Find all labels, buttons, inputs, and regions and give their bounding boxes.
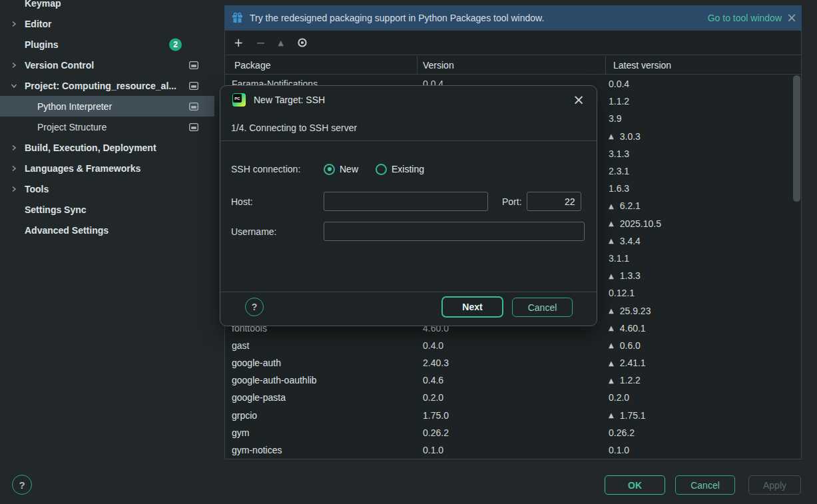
sidebar-item-label: Plugins: [25, 39, 59, 50]
chevron-down-icon[interactable]: [10, 82, 18, 90]
port-label: Port:: [502, 196, 522, 207]
dialog-help-button[interactable]: ?: [245, 298, 264, 316]
upgrade-arrow-icon: ▲: [609, 202, 614, 210]
radio-new-label[interactable]: New: [340, 164, 358, 174]
column-divider: [605, 56, 606, 75]
latest-version-text: 2.41.1: [620, 358, 646, 368]
package-row-google-auth-oauthlib[interactable]: google-auth-oauthlib0.4.6▲1.2.2: [225, 372, 801, 389]
upgrade-arrow-icon: ▲: [609, 307, 614, 314]
sidebar-item-version-control[interactable]: Version Control: [0, 55, 214, 75]
host-label: Host:: [231, 196, 324, 207]
sidebar-item-build-execution-deployment[interactable]: Build, Execution, Deployment: [0, 137, 214, 158]
table-scrollbar-thumb[interactable]: [793, 75, 800, 202]
package-latest-version: 3.1.1: [609, 253, 629, 264]
package-row-gast[interactable]: gast0.4.0▲0.6.0: [225, 337, 801, 354]
latest-version-text: 4.60.1: [620, 323, 646, 334]
sidebar-item-plugins[interactable]: Plugins2: [0, 34, 214, 55]
radio-existing[interactable]: [376, 164, 387, 175]
plugins-count-badge: 2: [169, 38, 182, 51]
upgrade-arrow-icon: ▲: [609, 360, 614, 367]
eye-icon[interactable]: [296, 37, 308, 49]
radio-new[interactable]: [324, 164, 335, 175]
sidebar-item-project-structure[interactable]: Project Structure: [0, 117, 214, 137]
apply-button[interactable]: Apply: [748, 475, 801, 495]
upgrade-arrow-icon: ▲: [609, 342, 614, 349]
wizard-step-label: 1/4. Connecting to SSH server: [231, 123, 357, 133]
chevron-right-icon[interactable]: [10, 61, 18, 69]
monitor-icon: [189, 103, 198, 111]
new-target-ssh-dialog: PC New Target: SSH × 1/4. Connecting to …: [220, 85, 597, 326]
package-row-grpcio[interactable]: grpcio1.75.0▲1.75.1: [225, 407, 801, 424]
dialog-cancel-button[interactable]: Cancel: [512, 298, 573, 317]
monitor-icon: [189, 61, 198, 69]
sidebar-item-python-interpreter[interactable]: Python Interpreter: [0, 96, 214, 117]
sidebar-item-label: Tools: [25, 184, 49, 194]
package-latest-version: ▲1.2.2: [609, 375, 641, 385]
package-latest-version: ▲2.41.1: [609, 358, 646, 368]
chevron-right-icon[interactable]: [10, 185, 18, 193]
package-latest-version: 0.26.2: [609, 427, 635, 438]
package-row-gym[interactable]: gym0.26.20.26.2: [225, 424, 801, 441]
sidebar-item-project-computing-resource-al[interactable]: Project: Computing_resource_al...: [0, 75, 214, 96]
settings-cancel-button[interactable]: Cancel: [675, 475, 735, 495]
sidebar-item-label: Advanced Settings: [25, 225, 109, 236]
column-header-version[interactable]: Version: [423, 56, 454, 75]
dialog-close-icon[interactable]: ×: [570, 91, 587, 109]
column-header-latest-version[interactable]: Latest version: [613, 56, 671, 75]
package-version: 0.1.0: [423, 445, 443, 455]
chevron-right-icon[interactable]: [10, 164, 18, 172]
sidebar-item-settings-sync[interactable]: Settings Sync: [0, 199, 214, 220]
add-package-icon[interactable]: +: [234, 37, 243, 49]
banner-close-icon[interactable]: ×: [782, 11, 802, 24]
upgrade-arrow-icon: ▲: [609, 411, 614, 419]
latest-version-text: 0.2.0: [609, 392, 629, 403]
latest-version-text: 1.2.2: [620, 375, 641, 385]
package-latest-version: ▲6.2.1: [609, 200, 641, 211]
sidebar-item-label: Languages & Frameworks: [25, 163, 140, 174]
latest-version-text: 3.4.4: [620, 236, 641, 246]
pycharm-settings-window: KeymapEditorPlugins2Version ControlProje…: [0, 0, 817, 504]
chevron-right-icon[interactable]: [10, 20, 18, 28]
package-name: gym-notices: [232, 445, 282, 455]
sidebar-item-advanced-settings[interactable]: Advanced Settings: [0, 220, 214, 240]
sidebar-item-label: Project: Computing_resource_al...: [25, 81, 176, 91]
username-input[interactable]: [324, 222, 585, 241]
package-version: 0.2.0: [423, 392, 443, 403]
latest-version-text: 1.1.2: [609, 96, 629, 107]
chevron-right-icon[interactable]: [10, 144, 18, 152]
latest-version-text: 0.0.4: [609, 79, 629, 89]
package-row-gym-notices[interactable]: gym-notices0.1.00.1.0: [225, 441, 801, 459]
package-latest-version: 3.9: [609, 113, 621, 124]
username-row: Username:: [231, 222, 585, 241]
host-input[interactable]: [324, 192, 488, 211]
pycharm-logo-icon: PC: [232, 93, 246, 107]
settings-help-button[interactable]: ?: [12, 475, 32, 495]
latest-version-text: 0.12.1: [609, 288, 635, 298]
package-name: gast: [232, 340, 249, 351]
ssh-connection-label: SSH connection:: [231, 164, 324, 174]
latest-version-text: 3.0.3: [620, 131, 641, 142]
package-row-google-auth[interactable]: google-auth2.40.3▲2.41.1: [225, 354, 801, 372]
sidebar-item-tools[interactable]: Tools: [0, 178, 214, 199]
go-to-tool-window-link[interactable]: Go to tool window: [708, 13, 782, 23]
next-button[interactable]: Next: [441, 296, 503, 318]
packaging-banner: Try the redesigned packaging support in …: [224, 5, 802, 30]
latest-version-text: 3.1.3: [609, 148, 629, 159]
radio-existing-label[interactable]: Existing: [392, 164, 424, 174]
ok-button[interactable]: OK: [605, 475, 665, 495]
username-label: Username:: [231, 226, 324, 237]
banner-message: Try the redesigned packaging support in …: [250, 13, 544, 23]
sidebar-item-editor[interactable]: Editor: [0, 13, 214, 34]
remove-package-icon[interactable]: −: [256, 37, 265, 49]
column-header-package[interactable]: Package: [234, 56, 270, 75]
port-input[interactable]: [527, 192, 581, 211]
package-latest-version: ▲1.3.3: [609, 270, 641, 281]
upgrade-package-icon[interactable]: ▲: [278, 39, 284, 47]
sidebar-item-label: Settings Sync: [25, 204, 87, 215]
package-name: google-auth-oauthlib: [232, 375, 317, 385]
package-latest-version: 1.6.3: [609, 183, 629, 194]
sidebar-item-keymap[interactable]: Keymap: [0, 0, 214, 13]
latest-version-text: 0.1.0: [609, 445, 629, 455]
sidebar-item-languages-frameworks[interactable]: Languages & Frameworks: [0, 158, 214, 178]
package-row-google-pasta[interactable]: google-pasta0.2.00.2.0: [225, 389, 801, 406]
